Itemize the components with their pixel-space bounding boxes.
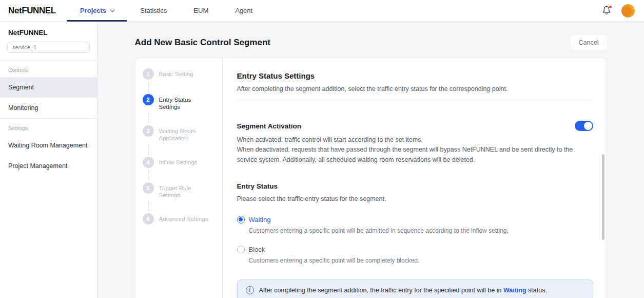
- main-nav: Projects Statistics EUM Agent: [67, 0, 266, 21]
- page-header: Add New Basic Control Segment Cancel: [135, 35, 607, 50]
- segment-activation-toggle[interactable]: [575, 121, 593, 131]
- section-label-controls: Controls: [0, 61, 97, 77]
- step-trigger-rule-settings[interactable]: 5 Trigger Rule Settings: [143, 182, 217, 199]
- step-connector: [148, 170, 217, 180]
- activation-description-line2: When deactivated, requests that have pas…: [237, 145, 576, 165]
- step-connector: [148, 113, 217, 123]
- step-advanced-settings[interactable]: 6 Advanced Settings: [143, 213, 217, 225]
- topbar: NetFUNNEL Projects Statistics EUM Agent: [0, 0, 644, 22]
- entry-status-block: Entry Status Please select the traffic e…: [237, 182, 593, 264]
- page-title: Add New Basic Control Segment: [135, 38, 270, 48]
- wizard-card: 1 Basic Setting 2 Entry Status Settings …: [135, 58, 607, 298]
- service-select[interactable]: service_1: [7, 42, 90, 53]
- scrollbar-thumb[interactable]: [602, 154, 604, 240]
- main-area: Add New Basic Control Segment Cancel 1 B…: [97, 22, 644, 298]
- toggle-knob: [584, 122, 592, 130]
- entry-status-description: Please select the traffic entry status f…: [237, 194, 576, 204]
- radio-button-waiting[interactable]: [237, 216, 245, 224]
- cancel-button[interactable]: Cancel: [571, 35, 607, 50]
- step-label: Waiting Room Application: [159, 125, 212, 142]
- step-waiting-room-application[interactable]: 3 Waiting Room Application: [143, 125, 217, 142]
- step-label: Trigger Rule Settings: [159, 182, 212, 199]
- radio-option-block: Block Customers entering a specific poin…: [237, 246, 593, 264]
- info-banner: i After completing the segment addition,…: [237, 280, 593, 298]
- notification-bell-icon[interactable]: [602, 5, 612, 16]
- nav-item-projects[interactable]: Projects: [67, 0, 127, 21]
- nav-item-eum[interactable]: EUM: [180, 0, 222, 21]
- radio-description-block: Customers entering a specific point will…: [249, 257, 593, 264]
- step-connector: [148, 201, 217, 211]
- radio-button-block[interactable]: [237, 246, 245, 253]
- info-banner-highlight: Waiting: [503, 287, 526, 294]
- radio-description-waiting: Customers entering a specific point will…: [249, 227, 593, 234]
- sidebar-item-project-management[interactable]: Project Management: [0, 156, 97, 176]
- chevron-down-icon: [110, 7, 115, 12]
- avatar[interactable]: [621, 4, 635, 17]
- step-entry-status-settings[interactable]: 2 Entry Status Settings: [143, 94, 217, 111]
- step-number: 4: [143, 157, 154, 168]
- nav-item-projects-label: Projects: [80, 7, 106, 14]
- info-banner-text-before: After completing the segment addition, t…: [259, 287, 503, 294]
- brand-logo[interactable]: NetFUNNEL: [0, 0, 67, 21]
- topbar-right: [602, 0, 644, 21]
- radio-option-waiting: Waiting Customers entering a specific po…: [237, 216, 593, 234]
- radio-row-block[interactable]: Block: [237, 246, 593, 253]
- step-number: 5: [143, 182, 154, 194]
- sidebar: NetFUNNEL service_1 Controls Segment Mon…: [0, 22, 97, 298]
- nav-item-statistics[interactable]: Statistics: [127, 0, 180, 21]
- step-label: Advanced Settings: [159, 213, 208, 222]
- info-banner-text-after: status.: [526, 287, 547, 294]
- nav-item-eum-label: EUM: [193, 7, 208, 14]
- sidebar-title: NetFUNNEL: [0, 29, 97, 42]
- radio-label-waiting: Waiting: [249, 216, 271, 224]
- nav-item-agent[interactable]: Agent: [222, 0, 266, 21]
- step-label: Entry Status Settings: [159, 94, 212, 111]
- segment-activation-block: Segment Activation When activated, traff…: [237, 121, 593, 165]
- stepper: 1 Basic Setting 2 Entry Status Settings …: [135, 58, 223, 298]
- step-number: 3: [143, 125, 154, 137]
- step-connector: [148, 144, 217, 155]
- segment-activation-title: Segment Activation: [237, 122, 302, 130]
- section-label-settings: Settings: [0, 119, 97, 135]
- step-label: Basic Setting: [159, 68, 193, 78]
- step-basic-setting[interactable]: 1 Basic Setting: [143, 68, 217, 80]
- step-number: 6: [143, 213, 154, 225]
- step-number: 2: [143, 94, 154, 105]
- info-banner-text: After completing the segment addition, t…: [259, 287, 547, 294]
- entry-status-title: Entry Status: [237, 182, 593, 190]
- section-description: After completing the segment addition, s…: [237, 85, 593, 92]
- radio-label-block: Block: [249, 246, 265, 253]
- sidebar-item-waiting-room-management[interactable]: Waiting Room Management: [0, 135, 97, 156]
- step-connector: [148, 82, 217, 92]
- nav-item-statistics-label: Statistics: [140, 7, 167, 14]
- step-number: 1: [143, 68, 154, 80]
- activation-description-line1: When activated, traffic control will sta…: [237, 135, 576, 145]
- notification-dot: [609, 5, 612, 9]
- info-icon: i: [246, 286, 254, 294]
- divider: [237, 102, 593, 102]
- step-inflow-settings[interactable]: 4 Inflow Settings: [143, 157, 217, 168]
- nav-item-agent-label: Agent: [235, 7, 252, 14]
- step-content: Entry Status Settings After completing t…: [223, 58, 607, 298]
- radio-row-waiting[interactable]: Waiting: [237, 216, 593, 224]
- sidebar-item-monitoring[interactable]: Monitoring: [0, 98, 97, 118]
- section-title: Entry Status Settings: [237, 71, 593, 80]
- step-label: Inflow Settings: [159, 157, 198, 166]
- sidebar-item-segment[interactable]: Segment: [0, 77, 97, 98]
